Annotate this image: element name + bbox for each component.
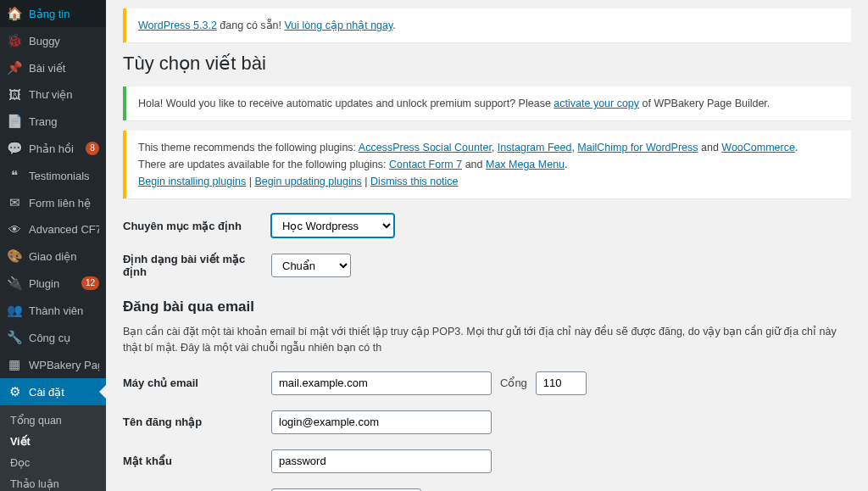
sidebar-item-9[interactable]: 🎨Giao diện	[0, 243, 106, 270]
menu-icon: ⚙	[7, 384, 22, 399]
plugin-link[interactable]: Max Mega Menu	[486, 159, 565, 170]
submenu-item-1[interactable]: Viết	[0, 431, 106, 452]
plugin-link[interactable]: Instagram Feed	[498, 142, 572, 153]
plugin-action-link[interactable]: Dismiss this notice	[370, 176, 459, 187]
menu-icon: 👁	[7, 222, 22, 237]
menu-icon: ✉	[7, 195, 22, 210]
port-label: Cổng	[500, 377, 527, 389]
submenu-item-0[interactable]: Tổng quan	[0, 410, 106, 431]
sidebar-item-3[interactable]: 🖼Thư viện	[0, 81, 106, 108]
mail-server-label: Máy chủ email	[123, 377, 271, 389]
sidebar-item-2[interactable]: 📌Bài viết	[0, 54, 106, 81]
sidebar-item-11[interactable]: 👥Thành viên	[0, 297, 106, 324]
sidebar-item-12[interactable]: 🔧Công cụ	[0, 324, 106, 351]
menu-icon: 💬	[7, 141, 22, 156]
page-title: Tùy chọn viết bài	[123, 53, 851, 75]
sidebar-item-8[interactable]: 👁Advanced CF7 DB	[0, 216, 106, 243]
menu-icon: 🏠	[7, 6, 22, 21]
port-input[interactable]	[536, 371, 587, 395]
mail-category-select[interactable]: Chưa được phân loại	[271, 488, 421, 492]
menu-label: Advanced CF7 DB	[29, 223, 99, 236]
menu-icon: 🔧	[7, 330, 22, 345]
sidebar-item-6[interactable]: ❝Testimonials	[0, 162, 106, 189]
sidebar-item-13[interactable]: ▦WPBakery Page Builder	[0, 351, 106, 378]
wp-version-link[interactable]: WordPress 5.3.2	[138, 20, 217, 31]
plugin-link[interactable]: WooCommerce	[721, 142, 795, 153]
plugin-recommend-notice: This theme recommends the following plug…	[123, 131, 851, 198]
sidebar-item-4[interactable]: 📄Trang	[0, 108, 106, 135]
submenu-item-3[interactable]: Thảo luận	[0, 473, 106, 491]
default-format-label: Định dạng bài viết mặc định	[123, 253, 271, 278]
menu-label: Bảng tin	[29, 8, 99, 20]
plugin-action-link[interactable]: Begin installing plugins	[138, 176, 246, 187]
sidebar-item-7[interactable]: ✉Form liên hệ	[0, 189, 106, 216]
wpbakery-notice: Hola! Would you like to receive automati…	[123, 86, 851, 120]
menu-label: Thành viên	[29, 304, 99, 317]
main-content: WordPress 5.3.2 đang có sẵn! Vui lòng cậ…	[106, 0, 868, 491]
default-format-select[interactable]: Chuẩn	[271, 254, 351, 277]
menu-label: Form liên hệ	[29, 197, 99, 209]
menu-label: Phản hồi	[29, 142, 79, 155]
sidebar-item-14[interactable]: ⚙Cài đặt	[0, 378, 106, 405]
admin-sidebar: 🏠Bảng tin🐞Buggy📌Bài viết🖼Thư viện📄Trang💬…	[0, 0, 106, 491]
sidebar-item-1[interactable]: 🐞Buggy	[0, 27, 106, 54]
sidebar-item-10[interactable]: 🔌Plugin12	[0, 270, 106, 297]
update-now-link[interactable]: Vui lòng cập nhật ngay	[284, 20, 392, 31]
default-category-label: Chuyên mục mặc định	[123, 220, 271, 232]
menu-icon: 📌	[7, 60, 22, 75]
login-input[interactable]	[271, 410, 492, 434]
menu-label: Buggy	[29, 35, 99, 47]
email-section-desc: Bạn cần cài đặt một tài khoản email bí m…	[123, 324, 851, 356]
sidebar-item-0[interactable]: 🏠Bảng tin	[0, 0, 106, 27]
plugin-link[interactable]: MailChimp for WordPress	[577, 142, 698, 153]
login-label: Tên đăng nhập	[123, 416, 271, 428]
menu-label: WPBakery Page Builder	[29, 359, 99, 371]
plugin-link[interactable]: AccessPress Social Counter	[359, 142, 492, 153]
mail-server-input[interactable]	[271, 371, 492, 395]
password-input[interactable]	[271, 449, 492, 473]
menu-label: Plugin	[29, 277, 75, 290]
plugin-action-link[interactable]: Begin updating plugins	[254, 176, 362, 187]
plugin-link[interactable]: Contact Form 7	[389, 159, 462, 170]
sidebar-item-5[interactable]: 💬Phản hồi8	[0, 135, 106, 162]
menu-label: Công cụ	[29, 332, 99, 344]
menu-label: Bài viết	[29, 62, 99, 75]
submenu-item-2[interactable]: Đọc	[0, 452, 106, 473]
menu-icon: 👥	[7, 303, 22, 318]
menu-icon: 🔌	[7, 276, 22, 291]
menu-icon: 🖼	[7, 87, 22, 102]
menu-label: Cài đặt	[29, 386, 99, 399]
menu-label: Trang	[29, 115, 99, 128]
menu-label: Giao diện	[29, 250, 99, 263]
menu-label: Thư viện	[29, 88, 99, 101]
menu-icon: ▦	[7, 357, 22, 372]
menu-icon: ❝	[7, 168, 22, 183]
count-badge: 8	[86, 142, 99, 155]
email-section-title: Đăng bài qua email	[123, 299, 851, 315]
wp-update-notice: WordPress 5.3.2 đang có sẵn! Vui lòng cậ…	[123, 8, 851, 42]
activate-copy-link[interactable]: activate your copy	[554, 98, 639, 109]
count-badge: 12	[81, 276, 99, 290]
menu-icon: 🐞	[7, 33, 22, 48]
default-category-select[interactable]: Học Wordpress	[271, 214, 394, 237]
menu-icon: 🎨	[7, 248, 22, 264]
menu-label: Testimonials	[29, 170, 99, 182]
settings-submenu: Tổng quanViếtĐọcThảo luậnThư việnĐường d…	[0, 405, 106, 491]
password-label: Mật khẩu	[123, 455, 271, 467]
menu-icon: 📄	[7, 114, 22, 129]
